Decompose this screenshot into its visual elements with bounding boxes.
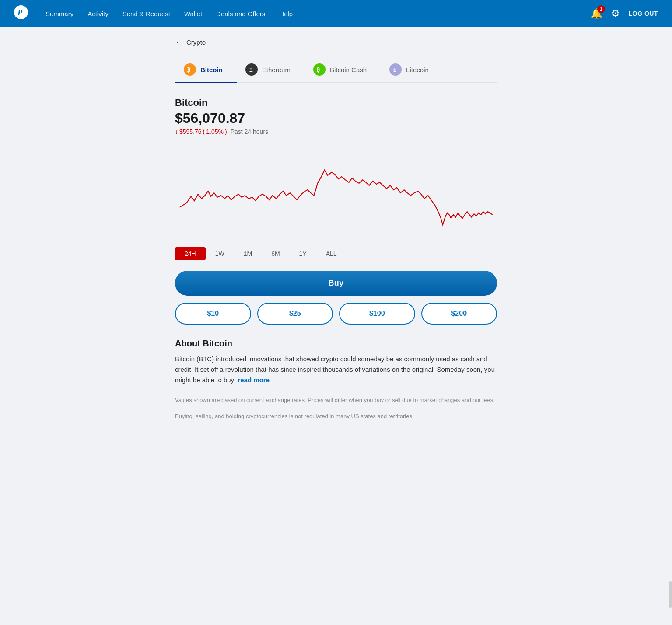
change-percent: 1.05%	[206, 128, 224, 135]
amount-100[interactable]: $100	[339, 303, 415, 325]
svg-text:Ξ: Ξ	[249, 67, 253, 73]
about-section: About Bitcoin Bitcoin (BTC) introduced i…	[175, 339, 497, 385]
time-filter-1w[interactable]: 1W	[206, 247, 234, 260]
settings-icon[interactable]: ⚙	[611, 8, 620, 19]
tab-bitcoin-label: Bitcoin	[200, 66, 223, 73]
notification-button[interactable]: 🔔 1	[591, 8, 602, 19]
tab-bitcoin[interactable]: ₿ Bitcoin	[175, 57, 237, 83]
main-content: ← Crypto ₿ Bitcoin Ξ Ethereum ₿	[161, 27, 511, 439]
price-period: Past 24 hours	[231, 128, 268, 135]
notification-badge: 1	[597, 5, 605, 13]
svg-text:Ł: Ł	[393, 67, 396, 73]
time-filter-all[interactable]: ALL	[316, 247, 346, 260]
nav-activity[interactable]: Activity	[88, 10, 108, 17]
main-nav: Summary Activity Send & Request Wallet D…	[46, 10, 591, 17]
disclaimer-2: Buying, selling, and holding cryptocurre…	[175, 412, 497, 421]
time-filters: 24H 1W 1M 6M 1Y ALL	[175, 247, 497, 260]
change-amount: $595.76	[179, 128, 202, 135]
nav-help[interactable]: Help	[279, 10, 293, 17]
bitcoin-cash-icon: ₿	[313, 63, 326, 76]
header: P Summary Activity Send & Request Wallet…	[0, 0, 672, 27]
time-filter-1m[interactable]: 1M	[234, 247, 262, 260]
amount-10[interactable]: $10	[175, 303, 251, 325]
nav-deals[interactable]: Deals and Offers	[216, 10, 265, 17]
logout-button[interactable]: LOG OUT	[629, 10, 658, 17]
back-label: Crypto	[186, 38, 206, 46]
crypto-price: $56,070.87	[175, 110, 497, 126]
scrollbar[interactable]	[668, 581, 672, 608]
tab-bitcoin-cash[interactable]: ₿ Bitcoin Cash	[304, 57, 381, 83]
tab-ethereum[interactable]: Ξ Ethereum	[237, 57, 304, 83]
svg-text:P: P	[17, 8, 23, 17]
svg-text:₿: ₿	[317, 66, 320, 73]
paypal-logo[interactable]: P	[14, 5, 28, 22]
svg-text:₿: ₿	[187, 66, 190, 73]
disclaimer-1: Values shown are based on current exchan…	[175, 396, 497, 405]
crypto-tabs: ₿ Bitcoin Ξ Ethereum ₿ Bitcoin Cash	[175, 57, 497, 83]
down-arrow-icon: ↓	[175, 128, 178, 135]
back-navigation[interactable]: ← Crypto	[175, 38, 497, 47]
time-filter-1y[interactable]: 1Y	[290, 247, 316, 260]
read-more-link[interactable]: read more	[238, 376, 270, 384]
price-change: ↓ $595.76 (1.05%) Past 24 hours	[175, 128, 497, 135]
header-actions: 🔔 1 ⚙ LOG OUT	[591, 8, 658, 19]
amount-200[interactable]: $200	[421, 303, 497, 325]
back-arrow-icon: ←	[175, 38, 183, 47]
about-title: About Bitcoin	[175, 339, 497, 349]
nav-send-request[interactable]: Send & Request	[122, 10, 170, 17]
price-change-value: ↓ $595.76 (1.05%)	[175, 128, 227, 135]
tab-litecoin-label: Litecoin	[406, 66, 429, 73]
price-chart	[175, 144, 497, 240]
tab-ethereum-label: Ethereum	[262, 66, 290, 73]
price-section: Bitcoin $56,070.87 ↓ $595.76 (1.05%) Pas…	[175, 97, 497, 135]
litecoin-icon: Ł	[389, 63, 402, 76]
nav-wallet[interactable]: Wallet	[184, 10, 202, 17]
about-text: Bitcoin (BTC) introduced innovations tha…	[175, 354, 497, 385]
quick-amounts: $10 $25 $100 $200	[175, 303, 497, 325]
tab-litecoin[interactable]: Ł Litecoin	[381, 57, 443, 83]
time-filter-24h[interactable]: 24H	[175, 247, 206, 260]
bitcoin-icon: ₿	[184, 63, 196, 76]
buy-button[interactable]: Buy	[175, 271, 497, 296]
time-filter-6m[interactable]: 6M	[262, 247, 289, 260]
ethereum-icon: Ξ	[245, 63, 258, 76]
tab-bitcoin-cash-label: Bitcoin Cash	[330, 66, 367, 73]
crypto-name: Bitcoin	[175, 97, 497, 108]
nav-summary[interactable]: Summary	[46, 10, 74, 17]
amount-25[interactable]: $25	[257, 303, 333, 325]
